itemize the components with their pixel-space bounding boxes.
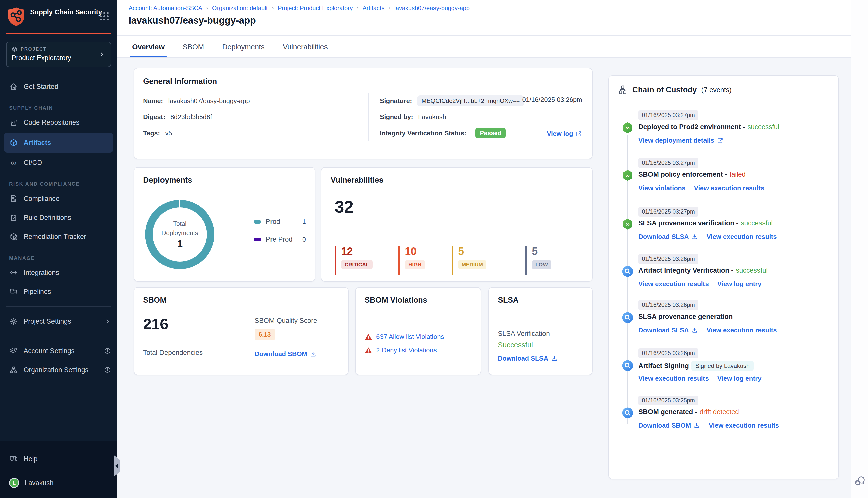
- info-circle-icon[interactable]: [104, 366, 111, 374]
- deny-list-violations-link[interactable]: 2 Deny list Violations: [376, 346, 437, 354]
- view-execution-results-link[interactable]: View execution results: [638, 375, 709, 382]
- sidebar-item-label: Artifacts: [24, 139, 51, 147]
- breadcrumb-organization[interactable]: Organization: default: [212, 4, 268, 12]
- help-button[interactable]: Help: [0, 449, 117, 468]
- chevron-right-icon: [99, 51, 105, 58]
- clipboard-check-icon: [9, 213, 18, 222]
- allow-list-violations-link[interactable]: 637 Allow list Violations: [376, 333, 444, 341]
- supply-chain-security-logo-icon: [7, 6, 25, 27]
- view-deployment-details-link[interactable]: View deployment details: [638, 136, 723, 144]
- view-log-entry-link[interactable]: View log entry: [717, 375, 762, 382]
- pipeline-hexagon-icon: ∞: [621, 218, 634, 231]
- download-sbom-link[interactable]: Download SBOM: [638, 422, 700, 430]
- svg-text:∞: ∞: [626, 172, 630, 179]
- scan-circle-icon: [621, 265, 634, 278]
- view-execution-results-link[interactable]: View execution results: [707, 326, 777, 334]
- sidebar-item-label: CI/CD: [24, 159, 42, 167]
- total-dependencies-label: Total Dependencies: [143, 349, 203, 357]
- integrations-share-icon: [9, 268, 18, 277]
- sidebar-item-label: Organization Settings: [24, 366, 88, 374]
- feedback-chat-icon[interactable]: [854, 475, 866, 487]
- svg-text:∞: ∞: [626, 124, 630, 131]
- tab-deployments[interactable]: Deployments: [222, 43, 264, 57]
- collapse-arrow-icon: [115, 464, 118, 468]
- tab-bar: Overview SBOM Deployments Vulnerabilitie…: [117, 36, 851, 58]
- breadcrumb-current[interactable]: lavakush07/easy-buggy-app: [394, 4, 470, 12]
- sidebar-item-code-repositories[interactable]: Code Repositories: [0, 113, 117, 132]
- event-timestamp: 01/16/2025 03:26pm: [638, 349, 698, 358]
- breadcrumb-project[interactable]: Project: Product Exploratory: [278, 4, 353, 12]
- card-title: General Information: [143, 77, 583, 86]
- external-link-icon: [717, 137, 723, 144]
- sidebar-item-label: Project Settings: [24, 317, 71, 325]
- pipeline-hexagon-icon: ∞: [621, 169, 634, 182]
- external-link-icon: [576, 131, 582, 137]
- view-execution-results-link[interactable]: View execution results: [707, 233, 777, 241]
- sidebar-item-project-settings[interactable]: Project Settings: [0, 312, 117, 331]
- view-execution-results-link[interactable]: View execution results: [709, 422, 779, 430]
- project-selector[interactable]: PROJECT Product Exploratory: [6, 42, 111, 67]
- view-execution-results-link[interactable]: View execution results: [638, 280, 709, 288]
- download-slsa-link[interactable]: Download SLSA: [638, 326, 698, 334]
- sidebar-item-integrations[interactable]: Integrations: [0, 263, 117, 282]
- chain-of-custody-title: Chain of Custody: [632, 86, 697, 94]
- view-violations-link[interactable]: View violations: [638, 184, 685, 192]
- sidebar-item-organization-settings[interactable]: Organization Settings: [0, 361, 117, 380]
- integrity-status-label: Integrity Verification Status:: [380, 129, 466, 137]
- scan-circle-icon: [621, 359, 634, 372]
- tags-value: v5: [165, 129, 172, 137]
- sidebar-item-pipelines[interactable]: Pipelines: [0, 282, 117, 301]
- sidebar-item-artifacts[interactable]: Artifacts: [4, 132, 113, 153]
- view-log-link[interactable]: View log: [547, 130, 582, 137]
- signature-label: Signature:: [380, 97, 412, 105]
- breadcrumb-account[interactable]: Account: Automation-SSCA: [129, 4, 202, 12]
- download-slsa-link[interactable]: Download SLSA: [498, 355, 558, 363]
- donut-legend: Prod 1 Pre Prod 0: [254, 218, 306, 253]
- event-status: successful: [748, 123, 779, 131]
- event-title: Deployed to Prod2 environment -: [638, 123, 745, 131]
- download-sbom-link[interactable]: Download SBOM: [255, 350, 317, 358]
- severity-critical: 12 CRITICAL: [335, 246, 373, 275]
- tab-vulnerabilities[interactable]: Vulnerabilities: [283, 43, 328, 57]
- project-name: Product Exploratory: [12, 54, 105, 62]
- severity-high: 10 HIGH: [398, 246, 425, 275]
- tab-overview[interactable]: Overview: [132, 43, 165, 57]
- sidebar-item-remediation-tracker[interactable]: Remediation Tracker: [0, 227, 117, 246]
- total-deployments-value: 1: [177, 238, 183, 250]
- download-icon: [694, 422, 700, 429]
- user-menu[interactable]: L Lavakush: [0, 473, 117, 493]
- signed-by-badge: Signed by Lavakush: [691, 361, 754, 371]
- sidebar-item-account-settings[interactable]: Account Settings: [0, 341, 117, 361]
- view-execution-results-link[interactable]: View execution results: [694, 184, 764, 192]
- signature-value[interactable]: MEQCICde2VjIT...bL+2+mqnOXw==: [417, 95, 524, 106]
- sbom-quality-score-label: SBOM Quality Score: [255, 317, 317, 325]
- event-timestamp: 01/16/2025 03:26pm: [638, 254, 698, 264]
- event-timestamp: 01/16/2025 03:27pm: [638, 207, 698, 217]
- view-log-entry-link[interactable]: View log entry: [717, 280, 762, 288]
- info-circle-icon[interactable]: [104, 348, 111, 354]
- card-title: Deployments: [143, 176, 306, 185]
- name-label: Name:: [143, 97, 163, 105]
- card-title: SBOM: [143, 296, 339, 305]
- avatar: L: [9, 478, 19, 488]
- app-switcher-icon[interactable]: [100, 12, 109, 20]
- vulnerabilities-total: 32: [335, 197, 354, 217]
- vertical-divider: [243, 314, 243, 367]
- download-icon: [310, 351, 317, 358]
- legend-item-preprod: Pre Prod 0: [254, 236, 306, 244]
- sidebar-item-compliance[interactable]: Compliance: [0, 189, 117, 208]
- event-title: SLSA provenance generation: [638, 313, 733, 320]
- sidebar-nav: Get Started SUPPLY CHAIN Code Repositori…: [0, 77, 117, 380]
- scan-circle-icon: [621, 311, 634, 324]
- sidebar-item-rule-definitions[interactable]: Rule Definitions: [0, 208, 117, 227]
- sidebar-item-label: Account Settings: [24, 347, 75, 355]
- breadcrumb-artifacts[interactable]: Artifacts: [363, 4, 385, 12]
- sidebar-item-get-started[interactable]: Get Started: [0, 77, 117, 96]
- sidebar-item-cicd[interactable]: ∞ CI/CD: [0, 153, 117, 172]
- breadcrumb-separator: ›: [357, 5, 359, 11]
- event-timestamp: 01/16/2025 03:26pm: [638, 300, 698, 310]
- card-title: SLSA: [498, 296, 583, 305]
- tab-sbom[interactable]: SBOM: [183, 43, 204, 57]
- download-slsa-link[interactable]: Download SLSA: [638, 233, 698, 241]
- help-label: Help: [24, 455, 38, 463]
